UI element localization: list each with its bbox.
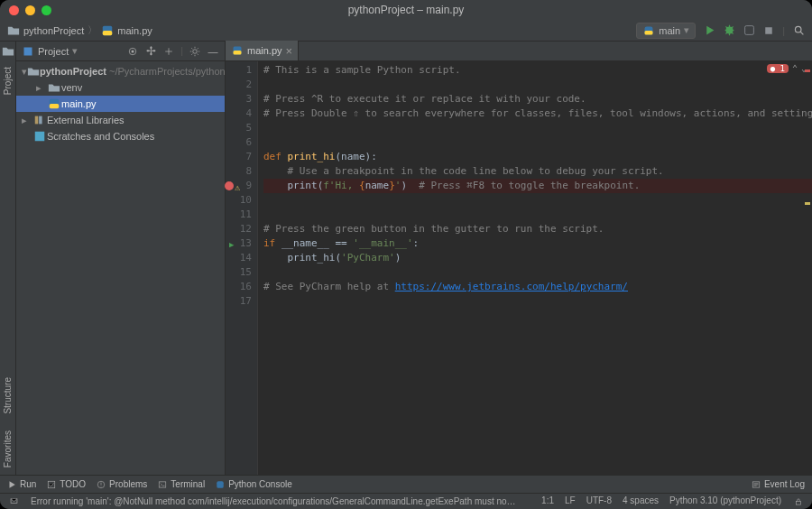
- file-encoding[interactable]: UTF-8: [586, 495, 612, 508]
- project-tool-icon[interactable]: [2, 45, 14, 58]
- stop-button[interactable]: [762, 24, 775, 37]
- search-icon[interactable]: [792, 24, 805, 37]
- top-toolbar: pythonProject 〉 main.py main ▾ |: [0, 20, 812, 42]
- line-number[interactable]: 13▶: [226, 236, 252, 251]
- scroll-marker[interactable]: [805, 202, 810, 205]
- event-log-button[interactable]: Event Log: [752, 479, 805, 489]
- run-button[interactable]: [703, 24, 715, 37]
- left-tool-gutter: Project Structure Favorites: [0, 42, 16, 475]
- breadcrumb[interactable]: pythonProject 〉 main.py: [7, 23, 636, 37]
- inspection-widget[interactable]: ● 1 ⌃ ⌄: [767, 63, 807, 73]
- line-separator[interactable]: LF: [565, 495, 576, 508]
- line-number[interactable]: 12: [226, 222, 252, 236]
- notification-icon[interactable]: [7, 495, 20, 508]
- toolbar-divider: |: [180, 45, 183, 58]
- breadcrumb-root[interactable]: pythonProject: [23, 25, 84, 36]
- line-number[interactable]: 15: [226, 265, 252, 280]
- scroll-marker-bar[interactable]: [803, 61, 812, 475]
- line-number[interactable]: 2: [226, 78, 252, 92]
- tree-item-label: main.py: [61, 98, 97, 109]
- code-line[interactable]: # Press Double ⇧ to search everywhere fo…: [263, 106, 812, 121]
- python-console-tool-button[interactable]: Python Console: [216, 479, 292, 489]
- project-tree[interactable]: ▾pythonProject ~/PycharmProjects/pythonP…: [16, 61, 225, 475]
- collapse-all-icon[interactable]: [162, 45, 175, 58]
- code-line[interactable]: [263, 78, 812, 92]
- status-message[interactable]: Error running 'main': @NotNull method co…: [31, 496, 518, 506]
- todo-tool-button[interactable]: TODO: [47, 479, 86, 489]
- code-line[interactable]: # See PyCharm help at https://www.jetbra…: [263, 280, 812, 294]
- line-number[interactable]: 14: [226, 251, 252, 265]
- lock-icon[interactable]: [792, 495, 805, 508]
- window-title: pythonProject – main.py: [0, 4, 812, 16]
- line-number[interactable]: 8: [226, 164, 252, 179]
- line-number[interactable]: 3: [226, 92, 252, 106]
- tree-item[interactable]: main.py: [16, 96, 225, 112]
- python-file-icon: [101, 24, 114, 37]
- breadcrumb-file[interactable]: main.py: [117, 25, 152, 36]
- python-interpreter[interactable]: Python 3.10 (pythonProject): [669, 495, 781, 508]
- project-tool-title[interactable]: Project: [38, 46, 69, 57]
- run-config-label: main: [659, 25, 680, 36]
- line-number[interactable]: 1: [226, 63, 252, 78]
- line-number[interactable]: 6: [226, 135, 252, 150]
- close-tab-icon[interactable]: ×: [286, 44, 293, 58]
- svg-rect-16: [35, 132, 45, 142]
- event-log-icon: [752, 480, 761, 489]
- py-icon: [47, 97, 61, 110]
- expand-all-icon[interactable]: ✢: [144, 45, 157, 58]
- hide-tool-window-icon[interactable]: —: [207, 45, 219, 58]
- tree-item[interactable]: Scratches and Consoles: [16, 128, 225, 144]
- terminal-tool-button[interactable]: Terminal: [158, 479, 205, 489]
- debug-button[interactable]: [723, 24, 735, 37]
- breakpoint-icon[interactable]: [225, 181, 234, 190]
- code-line[interactable]: def print_hi(name):: [263, 150, 812, 164]
- line-number[interactable]: 10: [226, 193, 252, 208]
- chevron-up-icon[interactable]: ⌃: [792, 63, 798, 73]
- run-tool-button[interactable]: Run: [7, 479, 36, 489]
- line-number[interactable]: 16: [226, 280, 252, 294]
- gear-icon[interactable]: [189, 45, 201, 58]
- line-number-gutter[interactable]: 123456789⚠10111213▶14151617: [226, 61, 258, 475]
- code-line[interactable]: print(f'Hi, {name}') # Press ⌘F8 to togg…: [263, 179, 812, 193]
- line-number[interactable]: 5: [226, 121, 252, 135]
- code-line[interactable]: [263, 294, 812, 309]
- warning-icon: [97, 480, 106, 489]
- tree-root[interactable]: ▾pythonProject ~/PycharmProjects/pythonP…: [16, 63, 225, 79]
- code-line[interactable]: [263, 135, 812, 150]
- line-number[interactable]: 7: [226, 150, 252, 164]
- code-editor[interactable]: 123456789⚠10111213▶14151617 # This is a …: [226, 61, 812, 475]
- code-line[interactable]: print_hi('PyCharm'): [263, 251, 812, 265]
- python-icon: [216, 480, 225, 489]
- line-number[interactable]: 17: [226, 294, 252, 309]
- code-line[interactable]: # This is a sample Python script.: [263, 63, 812, 78]
- error-count-badge[interactable]: ● 1: [767, 64, 789, 73]
- code-line[interactable]: # Use a breakpoint in the code line belo…: [263, 164, 812, 179]
- run-config-selector[interactable]: main ▾: [636, 23, 696, 39]
- line-number[interactable]: 4: [226, 106, 252, 121]
- code-line[interactable]: # Press the green button in the gutter t…: [263, 222, 812, 236]
- run-with-coverage-button[interactable]: [743, 24, 755, 37]
- code-line[interactable]: [263, 265, 812, 280]
- line-number[interactable]: 11: [226, 208, 252, 222]
- run-gutter-icon[interactable]: ▶: [229, 237, 234, 252]
- code-content[interactable]: # This is a sample Python script. # Pres…: [258, 61, 812, 475]
- tree-item[interactable]: ▸External Libraries: [16, 112, 225, 128]
- code-line[interactable]: [263, 193, 812, 208]
- caret-position[interactable]: 1:1: [541, 495, 554, 508]
- tree-item-label: Scratches and Consoles: [47, 131, 154, 142]
- code-line[interactable]: [263, 121, 812, 135]
- tab-main-py[interactable]: main.py ×: [226, 41, 299, 60]
- tree-item[interactable]: ▸venv: [16, 79, 225, 96]
- structure-side-tab[interactable]: Structure: [2, 370, 14, 421]
- python-icon: [642, 24, 655, 37]
- problems-tool-button[interactable]: Problems: [97, 479, 147, 489]
- code-line[interactable]: # Press ^R to execute it or replace it w…: [263, 92, 812, 106]
- select-opened-file-icon[interactable]: [126, 45, 139, 58]
- project-side-tab[interactable]: Project: [2, 60, 14, 102]
- line-number[interactable]: 9⚠: [226, 179, 252, 193]
- code-line[interactable]: [263, 208, 812, 222]
- scroll-marker[interactable]: [805, 69, 810, 72]
- code-line[interactable]: if __name__ == '__main__':: [263, 236, 812, 251]
- favorites-side-tab[interactable]: Favorites: [2, 423, 14, 475]
- indent-setting[interactable]: 4 spaces: [623, 495, 659, 508]
